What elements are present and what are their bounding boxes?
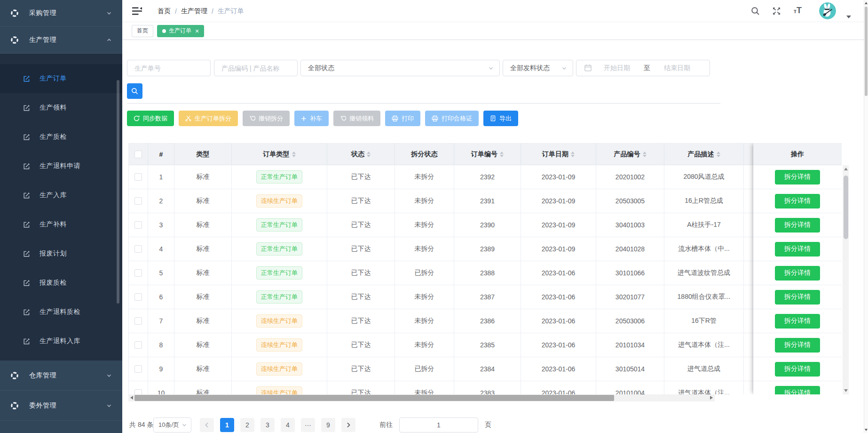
sidebar-item[interactable]: 生产质检 [0,122,122,152]
row-checkbox[interactable] [134,173,142,181]
row-checkbox[interactable] [134,389,142,394]
font-size-icon[interactable]: тT [794,6,802,16]
sidebar-item[interactable]: 生产订单 [0,64,122,93]
同步数据-button[interactable]: 同步数据 [127,111,174,126]
cell: 2023-01-09 [521,237,596,261]
more-pages-button[interactable]: ··· [301,418,315,432]
split-detail-button[interactable]: 拆分详情 [775,194,820,208]
sidebar-item[interactable]: 生产入库 [0,181,122,210]
column-header[interactable]: 产品描述 [664,143,744,165]
split-detail-button[interactable]: 拆分详情 [775,386,820,395]
row-checkbox[interactable] [134,245,142,253]
sidebar-item[interactable]: 生产退料申请 [0,152,122,181]
split-detail-button[interactable]: 拆分详情 [775,218,820,233]
production-order-no-input[interactable] [127,60,211,76]
sidebar-item[interactable]: 生产领料 [0,93,122,122]
split-detail-button[interactable]: 拆分详情 [775,290,820,305]
row-checkbox[interactable] [134,197,142,205]
page-number-button[interactable]: 9 [321,418,335,432]
sidebar-scrollbar-thumb[interactable] [117,80,119,304]
date-range-picker[interactable]: 开始日期 至 结束日期 [576,60,710,76]
search-icon[interactable] [751,7,760,16]
sidebar-menu-item[interactable]: 采购管理 [0,0,122,27]
page-scroll-down-arrow-icon[interactable] [865,429,868,431]
search-button[interactable] [127,83,142,99]
avatar[interactable] [819,2,836,19]
main-content: 全部状态 全部发料状态 开始日期 至 结束日期 同步数据生产订单拆分撤销拆分补车… [122,40,864,433]
sidebar-menu-item[interactable]: 委外管理 [0,391,122,421]
生产订单拆分-button[interactable]: 生产订单拆分 [179,111,238,126]
page-number-button[interactable]: 2 [240,418,254,432]
column-header[interactable]: 订单类型 [232,143,327,165]
column-header[interactable]: 产品编号 [596,143,664,165]
page-scrollbar[interactable] [864,0,868,433]
split-detail-button[interactable]: 拆分详情 [775,362,820,377]
header-checkbox[interactable] [134,151,142,158]
issue-status-select[interactable]: 全部发料状态 [503,60,573,76]
view-tab[interactable]: 生产订单× [157,25,204,37]
horizontal-scrollbar-thumb[interactable] [134,395,614,401]
caret-down-icon[interactable] [846,16,851,18]
sidebar-menu-item[interactable]: 仓库管理 [0,361,122,391]
toolbar-button-label: 打印合格证 [442,114,472,123]
split-detail-button[interactable]: 拆分详情 [775,170,820,184]
sidebar-menu-item[interactable]: 生产管理 [0,27,122,54]
fullscreen-icon[interactable] [772,7,781,16]
page-scroll-up-arrow-icon[interactable] [865,2,868,4]
sidebar-item[interactable]: 生产退料质检 [0,297,122,327]
prev-page-button[interactable] [200,418,214,432]
cell: 已下达 [327,189,395,213]
page-number-button[interactable]: 1 [220,418,234,432]
status-select[interactable]: 全部状态 [300,60,500,76]
scroll-down-arrow-icon[interactable] [844,389,848,392]
row-checkbox[interactable] [134,365,142,373]
导出-button[interactable]: 导出 [483,111,518,126]
sidebar-item[interactable]: 生产补料 [0,210,122,239]
撤销领料-button[interactable]: 撤销领料 [333,111,380,126]
select-all-header-cell[interactable] [128,143,148,165]
column-header[interactable]: 订单编号 [454,143,521,165]
split-detail-button[interactable]: 拆分详情 [775,314,820,329]
scroll-right-arrow-icon[interactable] [710,396,713,400]
edit-icon [23,104,31,112]
sidebar-item[interactable]: 报废质检 [0,268,122,297]
scroll-left-arrow-icon[interactable] [130,396,133,400]
tab-close-icon[interactable]: × [195,28,199,34]
goto-page-input[interactable] [399,417,478,433]
row-checkbox[interactable] [134,341,142,349]
row-checkbox[interactable] [134,317,142,325]
sidebar-item[interactable]: 报废计划 [0,239,122,268]
sidebar-item[interactable]: 生产退料入库 [0,327,122,356]
product-code-name-input[interactable] [214,60,298,76]
vertical-scrollbar-thumb[interactable] [844,176,848,239]
cell: 2386 [454,309,521,333]
view-tab[interactable]: 首页 [132,25,153,37]
column-header[interactable]: 状态 [327,143,395,165]
split-detail-button[interactable]: 拆分详情 [775,242,820,257]
printer-icon [392,115,398,122]
split-detail-button[interactable]: 拆分详情 [775,266,820,281]
edit-icon [23,221,31,229]
row-checkbox[interactable] [134,293,142,301]
table-vertical-scrollbar[interactable] [843,165,849,394]
row-checkbox[interactable] [134,269,142,277]
split-detail-button[interactable]: 拆分详情 [775,338,820,353]
打印合格证-button[interactable]: 打印合格证 [425,111,479,126]
table-horizontal-scrollbar[interactable] [128,394,715,401]
column-header[interactable]: 订单日期 [521,143,596,165]
scroll-up-arrow-icon[interactable] [844,168,848,170]
补车-button[interactable]: 补车 [294,111,329,126]
table-header-row: #类型订单类型状态拆分状态订单编号订单日期产品编号产品描述 [128,143,849,165]
page-scrollbar-thumb[interactable] [865,7,868,96]
chevron-down-icon [106,403,112,409]
breadcrumb-item[interactable]: 首页 [158,7,171,16]
breadcrumb-item[interactable]: 生产管理 [181,7,207,16]
row-checkbox[interactable] [134,221,142,229]
打印-button[interactable]: 打印 [385,111,420,126]
collapse-sidebar-icon[interactable] [132,7,142,15]
page-size-select[interactable]: 10条/页 [153,417,191,433]
page-number-button[interactable]: 3 [260,418,275,432]
撤销拆分-button[interactable]: 撤销拆分 [243,111,290,126]
next-page-button[interactable] [341,418,355,432]
page-number-button[interactable]: 4 [281,418,295,432]
